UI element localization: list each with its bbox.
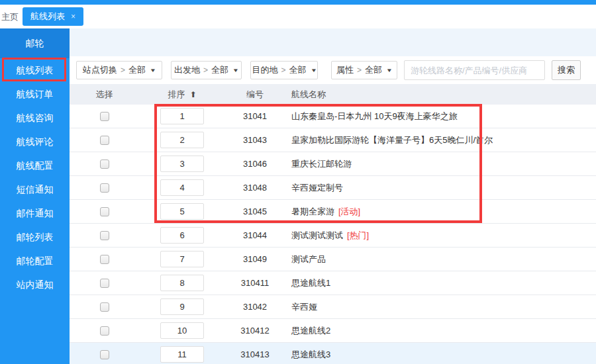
- filter-dropdown-label: 站点切换: [83, 64, 117, 76]
- row-select-cell: [70, 231, 139, 240]
- row-order-cell: [139, 227, 225, 244]
- filter-dropdown-separator: >: [203, 66, 208, 75]
- row-order-input[interactable]: [160, 179, 204, 196]
- sidebar-item[interactable]: 站内通知: [0, 273, 70, 296]
- row-order-input[interactable]: [160, 227, 204, 244]
- row-select-cell: [70, 112, 139, 121]
- sidebar-item-label: 邮轮列表: [17, 232, 54, 242]
- row-checkbox[interactable]: [100, 112, 109, 121]
- table-row: 31044 测试测试测试 [热门]: [70, 224, 596, 248]
- row-checkbox[interactable]: [100, 183, 109, 193]
- row-name[interactable]: 测试产品: [291, 253, 326, 265]
- row-order-input[interactable]: [160, 251, 204, 267]
- tab-route-list[interactable]: 航线列表 ×: [23, 7, 83, 26]
- row-order-input[interactable]: [160, 203, 204, 220]
- row-order-cell: [139, 108, 225, 124]
- row-name[interactable]: 暑期全家游: [291, 206, 334, 218]
- sidebar-item[interactable]: 邮轮配置: [0, 249, 70, 273]
- row-order-cell: [139, 156, 225, 172]
- chevron-down-icon: ▼: [310, 68, 317, 73]
- table-row: 31048 辛西娅定制号: [70, 176, 596, 200]
- sidebar-item[interactable]: 航线评论: [0, 130, 70, 154]
- sidebar-header: 邮轮: [0, 28, 70, 58]
- chevron-down-icon: ▼: [386, 68, 393, 73]
- row-code: 31045: [225, 206, 285, 216]
- row-select-cell: [70, 207, 139, 216]
- row-select-cell: [70, 183, 139, 193]
- row-checkbox[interactable]: [100, 207, 109, 216]
- row-checkbox[interactable]: [100, 302, 109, 312]
- sidebar-item-label: 邮轮配置: [17, 255, 54, 266]
- row-order-input[interactable]: [160, 298, 204, 315]
- filter-dropdown[interactable]: 站点切换 > 全部 ▼: [76, 61, 162, 79]
- sidebar-item[interactable]: 短信通知: [0, 177, 70, 201]
- row-name[interactable]: 思途航线3: [291, 349, 330, 361]
- row-name[interactable]: 测试测试测试: [291, 230, 343, 242]
- sidebar-item[interactable]: 邮件通知: [0, 201, 70, 225]
- tab-home[interactable]: 主页: [0, 9, 25, 26]
- row-order-input[interactable]: [160, 346, 204, 363]
- row-code: 31049: [225, 254, 285, 264]
- row-order-cell: [139, 203, 225, 220]
- row-name-cell: 重庆长江邮轮游: [285, 158, 596, 170]
- row-code: 310413: [225, 349, 285, 359]
- sidebar-item[interactable]: 航线配置: [0, 154, 70, 177]
- filter-dropdown[interactable]: 出发地 > 全部 ▼: [171, 61, 242, 79]
- sidebar-item-label: 站内通知: [17, 279, 54, 290]
- header-select: 选择: [70, 89, 139, 101]
- header-code: 编号: [225, 89, 285, 101]
- row-checkbox[interactable]: [100, 255, 109, 264]
- sidebar-item-label: 航线订单: [17, 89, 54, 99]
- row-select-cell: [70, 136, 139, 145]
- row-order-input[interactable]: [160, 132, 204, 148]
- sidebar-item[interactable]: 邮轮列表: [0, 225, 70, 249]
- row-checkbox[interactable]: [100, 159, 109, 169]
- row-name[interactable]: 山东秦皇岛-日本九州 10天9夜海上豪华之旅: [291, 111, 458, 122]
- row-name[interactable]: 重庆长江邮轮游: [291, 158, 352, 170]
- sort-asc-icon[interactable]: ⬆: [189, 90, 196, 99]
- row-checkbox[interactable]: [100, 326, 109, 336]
- table-row: 310413 思途航线3: [70, 343, 596, 364]
- filter-dropdown-separator: >: [121, 66, 125, 75]
- filter-dropdown[interactable]: 目的地 > 全部 ▼: [250, 61, 318, 79]
- row-order-input[interactable]: [160, 156, 204, 172]
- row-select-cell: [70, 302, 139, 312]
- route-table: 选择 排序 ⬆ 编号 航线名称 31041 山东秦皇岛-日本九州 10天9夜海上…: [70, 84, 596, 364]
- filter-dropdown[interactable]: 属性 > 全部 ▼: [331, 61, 397, 79]
- row-code: 31042: [225, 302, 285, 312]
- row-order-cell: [139, 275, 225, 291]
- search-button[interactable]: 搜索: [552, 60, 581, 80]
- row-name[interactable]: 思途航线1: [291, 277, 330, 289]
- sidebar-item-active[interactable]: 航线列表: [0, 58, 70, 82]
- row-order-input[interactable]: [160, 108, 204, 124]
- row-order-cell: [139, 298, 225, 315]
- table-row: 31042 辛西娅: [70, 295, 596, 319]
- row-name[interactable]: 辛西娅定制号: [291, 182, 343, 194]
- header-order: 排序 ⬆: [139, 89, 225, 101]
- tab-bar: 主页 航线列表 ×: [0, 5, 596, 28]
- row-select-cell: [70, 350, 139, 359]
- row-name[interactable]: 思途航线2: [291, 325, 330, 337]
- chevron-down-icon: ▼: [150, 68, 156, 73]
- search-input[interactable]: [404, 60, 545, 80]
- row-name[interactable]: 皇家加勒比国际游轮【海洋量子号】6天5晚仁川/首尔: [291, 134, 493, 146]
- table-row: 31043 皇家加勒比国际游轮【海洋量子号】6天5晚仁川/首尔: [70, 128, 596, 152]
- row-name-cell: 思途航线1: [285, 277, 596, 289]
- close-icon[interactable]: ×: [71, 7, 75, 26]
- sidebar-item-label: 短信通知: [17, 184, 54, 195]
- row-name-cell: 山东秦皇岛-日本九州 10天9夜海上豪华之旅: [285, 111, 596, 122]
- row-checkbox[interactable]: [100, 350, 109, 359]
- table-header-row: 选择 排序 ⬆ 编号 航线名称: [70, 84, 596, 105]
- sidebar-item-label: 航线配置: [17, 160, 54, 171]
- row-order-input[interactable]: [160, 322, 204, 339]
- row-order-input[interactable]: [160, 275, 204, 291]
- content-top-band: [70, 28, 596, 56]
- top-accent-strip: [0, 0, 596, 5]
- filter-dropdown-separator: >: [281, 66, 286, 75]
- row-checkbox[interactable]: [100, 231, 109, 240]
- row-checkbox[interactable]: [100, 136, 109, 145]
- row-checkbox[interactable]: [100, 279, 109, 288]
- sidebar-item[interactable]: 航线咨询: [0, 106, 70, 130]
- row-name[interactable]: 辛西娅: [291, 301, 317, 313]
- sidebar-item[interactable]: 航线订单: [0, 82, 70, 106]
